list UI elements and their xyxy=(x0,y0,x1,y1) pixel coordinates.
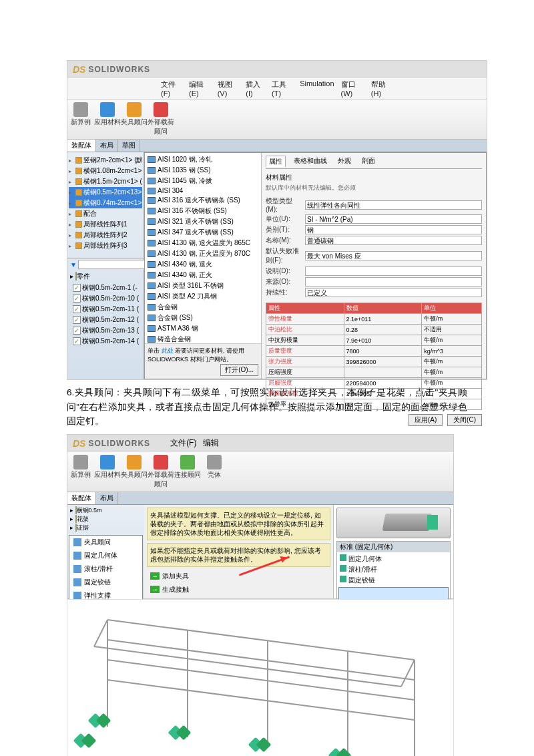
fixture-menu-item[interactable]: 夹具顾问 xyxy=(69,536,142,549)
property-value[interactable]: 钢 xyxy=(305,225,482,234)
material-item[interactable]: AISI 4340 钢, 正火 xyxy=(146,270,260,280)
material-item[interactable]: ASTM A36 钢 xyxy=(146,323,260,334)
material-item[interactable]: AISI 类型 A2 刀具钢 xyxy=(146,291,260,302)
tree-row[interactable]: ▸ 证据 xyxy=(70,524,142,532)
fixture-type-item[interactable]: 滚柱/滑杆 xyxy=(338,564,449,575)
tree-row[interactable]: ▸横钢1.5m-2cm<1> (默 xyxy=(69,176,142,187)
tab-tables[interactable]: 表格和曲线 xyxy=(291,156,330,167)
tab-assembly[interactable]: 装配体 xyxy=(67,140,96,152)
menu-help[interactable]: 帮助(H) xyxy=(371,79,393,98)
material-item[interactable]: 合金钢 xyxy=(146,302,260,313)
list-item[interactable]: ✓横钢0.5m-2cm-11 ( xyxy=(73,304,144,315)
menu-simulation[interactable]: Simulation xyxy=(300,79,334,98)
tab-layout-2[interactable]: 布局 xyxy=(96,492,118,504)
material-item[interactable]: 铸造合金钢 xyxy=(146,334,260,343)
material-item[interactable]: 合金钢 (SS) xyxy=(146,313,260,323)
fixture-menu-item[interactable]: 滚柱/滑杆 xyxy=(69,562,142,576)
material-item[interactable]: AISI 1045 钢, 冷拔 xyxy=(146,176,260,186)
tree-row[interactable]: ▸横钢0.5m-2cm<13> ( xyxy=(69,187,142,198)
tab-properties[interactable]: 属性 xyxy=(266,156,286,167)
toolbar-button[interactable]: 连接顾问 xyxy=(174,455,201,489)
material-item[interactable]: AISI 4130 钢, 正火温度为 870C xyxy=(146,248,260,259)
apply-material-button[interactable]: 应用材料 xyxy=(94,102,121,136)
tree-row[interactable]: ▸ 花架 xyxy=(70,515,142,524)
external-load-button[interactable]: 外部载荷顾问 xyxy=(148,102,174,136)
generate-contact-action[interactable]: →生成接触 xyxy=(147,583,330,596)
material-item[interactable]: AISI 321 退火不锈钢 (SS) xyxy=(146,216,260,227)
menu-edit-2[interactable]: 编辑 xyxy=(203,437,219,449)
new-study-button[interactable]: 新算例 xyxy=(67,102,94,136)
list-item[interactable]: ✓横钢0.5m-2cm-12 ( xyxy=(73,315,144,325)
fixture-pin-icon xyxy=(248,737,272,752)
material-item[interactable]: AISI 347 退火不锈钢 (SS) xyxy=(146,227,260,238)
part-icon xyxy=(75,189,82,196)
menu-tools[interactable]: 工具(T) xyxy=(272,79,293,98)
list-item[interactable]: ✓横钢0.5m-2cm-10 ( xyxy=(73,293,144,304)
material-item[interactable]: AISI 1035 钢 (SS) xyxy=(146,165,260,176)
material-icon xyxy=(148,229,156,236)
toolbar-button[interactable]: 夹具顾问 xyxy=(121,455,148,489)
list-item[interactable]: ✓横钢0.5m-2cm-13 ( xyxy=(73,325,144,336)
material-item[interactable]: AISI 316 不锈钢板 (SS) xyxy=(146,206,260,216)
menu-edit[interactable]: 编辑(E) xyxy=(189,79,211,98)
fixture-advisor-button[interactable]: 夹具顾问 xyxy=(121,102,148,136)
material-item[interactable]: AISI 316 退火不锈钢条 (SS) xyxy=(146,195,260,206)
property-value[interactable]: 线性弹性各向同性 xyxy=(305,200,482,210)
toolbar-button[interactable]: 新算例 xyxy=(67,455,94,489)
property-value[interactable]: 已定义 xyxy=(305,288,482,297)
arrow-right-icon: → xyxy=(150,572,160,580)
menu-file-2[interactable]: 文件(F) xyxy=(170,437,196,449)
menu-window[interactable]: 窗口(W) xyxy=(341,79,364,98)
tree-row[interactable]: ▸ 横钢0.5m xyxy=(70,506,142,515)
property-value[interactable]: 最大 von Mises 应 xyxy=(305,251,482,260)
title-bar: DS SOLIDWORKS xyxy=(67,61,487,78)
material-footer: 单击 此处 若要访问更多材料, 请使用 SOLIDWORKS 材料门户网站。 打… xyxy=(145,343,261,379)
tab-assembly-2[interactable]: 装配体 xyxy=(67,492,96,504)
tree-row[interactable]: ▸局部线性阵列2 xyxy=(69,230,142,240)
open-button[interactable]: 打开(O)... xyxy=(220,364,258,376)
menu-insert[interactable]: 插入(I) xyxy=(246,79,265,98)
material-item[interactable]: AISI 4340 钢, 退火 xyxy=(146,259,260,270)
filter-input[interactable] xyxy=(78,260,154,269)
fixture-type-item[interactable]: 固定铰链 xyxy=(338,575,449,586)
load-icon xyxy=(154,102,168,117)
add-fixture-action[interactable]: →添加夹具 xyxy=(147,570,330,583)
toolbar-button[interactable]: 应用材料 xyxy=(94,455,121,489)
tab-crosshatch[interactable]: 剖面 xyxy=(359,156,378,167)
tree-row[interactable]: ▸局部线性阵列1 xyxy=(69,219,142,230)
toolbar-icon xyxy=(100,455,115,469)
property-value[interactable] xyxy=(305,266,482,276)
tab-sketch[interactable]: 草图 xyxy=(118,140,140,152)
menu-view[interactable]: 视图(V) xyxy=(218,79,240,98)
fixture-preview xyxy=(336,508,451,538)
toolbar-button[interactable]: 壳体 xyxy=(201,455,228,489)
material-item[interactable]: AISI 1020 钢, 冷轧 xyxy=(146,154,260,165)
material-portal-link[interactable]: 此处 xyxy=(162,347,174,354)
tree-row[interactable]: ▸横钢0.74m-2cm<1> (默 xyxy=(69,198,142,208)
tree-row[interactable]: ▸横钢1.08m-2cm<1> ( xyxy=(69,166,142,176)
list-item[interactable]: ✓横钢0.5m-2cm-14 ( xyxy=(73,336,144,347)
apply-button[interactable]: 应用(A) xyxy=(409,414,443,426)
menu-file[interactable]: 文件(F) xyxy=(161,79,182,98)
material-list[interactable]: AISI 1020 钢, 冷轧AISI 1035 钢 (SS)AISI 1045… xyxy=(145,153,261,343)
fixture-menu-item[interactable]: 固定几何体 xyxy=(69,549,142,562)
property-value[interactable]: SI - N/m^2 (Pa) xyxy=(305,214,482,224)
close-button[interactable]: 关闭(C) xyxy=(447,414,482,426)
material-item[interactable]: AISI 4130 钢, 退火温度为 865C xyxy=(146,238,260,248)
property-row: 名称(M):普通碳钢 xyxy=(266,236,482,245)
tab-appearance[interactable]: 外观 xyxy=(335,156,354,167)
toolbar-button[interactable]: 外部载荷顾问 xyxy=(148,455,174,489)
material-item[interactable]: AISI 类型 316L 不锈钢 xyxy=(146,280,260,291)
material-item[interactable]: AISI 304 xyxy=(146,186,260,195)
fixture-type-item[interactable]: 固定几何体 xyxy=(338,554,449,564)
tab-layout[interactable]: 布局 xyxy=(96,140,118,152)
tree-row[interactable]: ▸竖钢2m-2cm<1> (默认 xyxy=(69,155,142,166)
property-value[interactable] xyxy=(305,277,482,287)
fixture-menu-item[interactable]: 固定铰链 xyxy=(69,576,142,589)
list-item[interactable]: ✓横钢0.5m-2cm-1 (- xyxy=(73,282,144,293)
new-study-icon xyxy=(73,102,88,117)
part-icon xyxy=(75,178,82,185)
tree-row[interactable]: ▸局部线性阵列3 xyxy=(69,240,142,251)
tree-row[interactable]: ▸配合 xyxy=(69,208,142,219)
property-value[interactable]: 普通碳钢 xyxy=(305,236,482,245)
